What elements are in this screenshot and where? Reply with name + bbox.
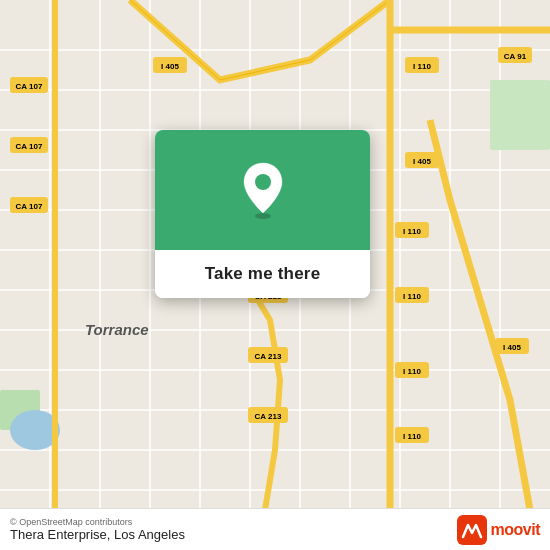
card-map-section [155, 130, 370, 250]
svg-text:I 110: I 110 [403, 227, 421, 236]
map-container: CA 107 CA 107 CA 107 I 405 I 405 I 405 I… [0, 0, 550, 550]
bottom-bar: © OpenStreetMap contributors Thera Enter… [0, 508, 550, 550]
svg-text:CA 107: CA 107 [16, 202, 43, 211]
svg-text:I 110: I 110 [413, 62, 431, 71]
navigation-card: Take me there [155, 130, 370, 298]
moovit-text: moovit [491, 521, 540, 539]
svg-text:CA 107: CA 107 [16, 82, 43, 91]
svg-point-60 [255, 174, 271, 190]
svg-point-59 [255, 213, 271, 219]
take-me-there-button[interactable]: Take me there [155, 250, 370, 298]
svg-text:Torrance: Torrance [85, 321, 149, 338]
svg-text:CA 213: CA 213 [255, 352, 282, 361]
svg-text:I 405: I 405 [503, 343, 521, 352]
svg-text:I 405: I 405 [413, 157, 431, 166]
svg-text:I 110: I 110 [403, 292, 421, 301]
moovit-logo[interactable]: moovit [457, 515, 540, 545]
bottom-left-info: © OpenStreetMap contributors Thera Enter… [10, 517, 185, 542]
svg-text:CA 91: CA 91 [504, 52, 527, 61]
moovit-logo-icon [457, 515, 487, 545]
svg-rect-61 [457, 515, 487, 545]
svg-rect-23 [490, 80, 550, 150]
svg-text:CA 107: CA 107 [16, 142, 43, 151]
location-name: Thera Enterprise, Los Angeles [10, 527, 185, 542]
copyright-text: © OpenStreetMap contributors [10, 517, 185, 527]
svg-text:CA 213: CA 213 [255, 412, 282, 421]
location-pin-icon [238, 161, 288, 219]
svg-text:I 405: I 405 [161, 62, 179, 71]
svg-text:I 110: I 110 [403, 367, 421, 376]
svg-text:I 110: I 110 [403, 432, 421, 441]
